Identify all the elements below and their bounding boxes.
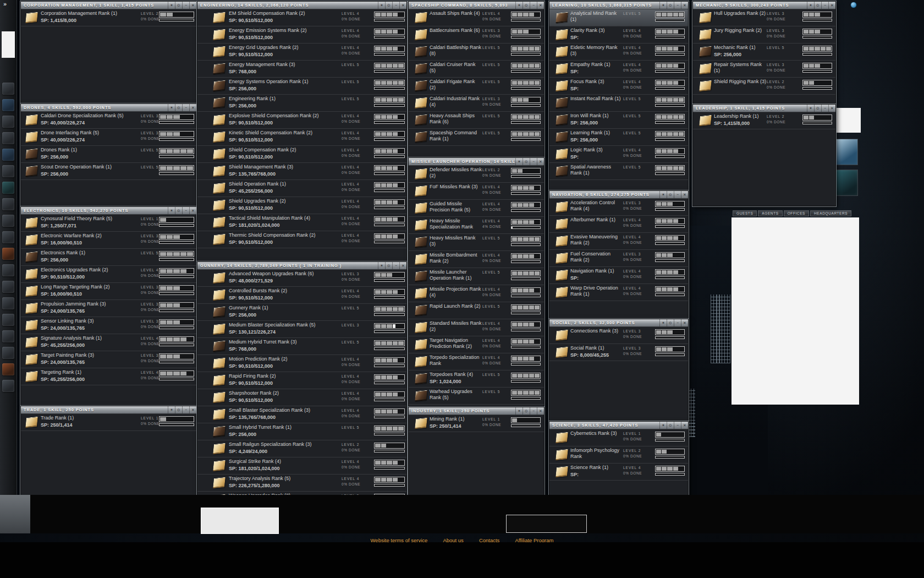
close-icon[interactable]: ✕ <box>537 158 544 165</box>
minimize-icon[interactable]: − <box>182 207 189 214</box>
skill-row[interactable]: Empathy Rank (1)SP:LEVEL 40% DONE <box>549 61 688 78</box>
neocom-icon[interactable] <box>2 314 14 326</box>
skill-row[interactable]: Fuel Conservation Rank (2)LEVEL 30% DONE <box>549 250 688 267</box>
skill-row[interactable]: Surgical Strike Rank (4)SP: 181,020/1,02… <box>197 457 406 475</box>
skill-row[interactable]: Iron Will Rank (1)SP: 256,000LEVEL 5 <box>549 112 688 129</box>
skill-row[interactable]: Tactical Shield Manipulation Rank (4)SP:… <box>197 214 406 231</box>
skill-row[interactable]: Energy Management Rank (3)SP: 768,000LEV… <box>197 61 406 78</box>
close-icon[interactable]: ✕ <box>828 105 835 112</box>
skill-row[interactable]: Gunnery Rank (1)SP: 256,000LEVEL 5 <box>197 304 406 321</box>
skill-row[interactable]: Sharpshooter Rank (2)SP: 90,510/512,000L… <box>197 389 406 406</box>
shade-icon[interactable]: ⊙ <box>175 406 182 413</box>
pin-icon[interactable]: ✶ <box>807 105 814 112</box>
skill-row[interactable]: Scout Drone Operation Rank (1)SP: 256,00… <box>21 163 196 180</box>
neocom-icon[interactable] <box>2 116 14 128</box>
shade-icon[interactable]: ⊙ <box>522 158 530 165</box>
close-icon[interactable]: ✕ <box>681 319 688 326</box>
shade-icon[interactable]: ⊙ <box>175 2 182 9</box>
skill-row[interactable]: Focus Rank (3)SP:LEVEL 40% DONE <box>549 78 688 95</box>
neocom-icon[interactable] <box>2 248 14 260</box>
skill-row[interactable]: Medium Blaster Specialization Rank (5)SP… <box>197 321 406 338</box>
panel-titlebar[interactable]: CORPORATION MANAGEMENT, 1 SKILL, 1,415 P… <box>21 2 196 9</box>
skill-row[interactable]: Cybernetics Rank (3)LEVEL 10% DONE <box>549 429 688 446</box>
skill-row[interactable]: Trajectory Analysis Rank (5)SP: 226,275/… <box>197 475 406 492</box>
skill-row[interactable]: Signature Analysis Rank (1)SP: 45,255/25… <box>21 334 196 351</box>
skill-row[interactable]: Target Painting Rank (3)SP: 24,000/135,7… <box>21 351 196 368</box>
skill-row[interactable]: Shield Operation Rank (1)SP: 45,255/256,… <box>197 180 406 197</box>
skill-row[interactable]: Small Railgun Specialization Rank (3)SP:… <box>197 440 406 457</box>
pin-icon[interactable]: ✶ <box>168 207 175 214</box>
minimize-icon[interactable]: − <box>674 2 681 9</box>
shade-icon[interactable]: ⊙ <box>175 104 182 111</box>
panel-titlebar[interactable]: NAVIGATION, 6 SKILLS, 274,275 POINTS✶⊙−✕ <box>549 191 688 199</box>
skill-row[interactable]: Shield Rigging Rank (3)LEVEL 20% DONE <box>693 78 835 95</box>
neocom-icon[interactable] <box>2 363 14 375</box>
skill-row[interactable]: Hull Upgrades Rank (2)LEVEL 30% DONE <box>693 9 835 26</box>
shade-icon[interactable]: ⊙ <box>814 2 821 9</box>
skill-row[interactable]: Navigation Rank (1)SP:LEVEL 40% DONE <box>549 267 688 284</box>
skill-row[interactable]: Drone Interfacing Rank (5)SP: 40,000/226… <box>21 129 196 146</box>
skill-row[interactable]: Caldari Frigate Rank (2)LEVEL 5 <box>409 78 544 95</box>
skill-row[interactable]: Small Hybrid Turret Rank (1)SP: 256,000L… <box>197 423 406 440</box>
skill-row[interactable]: Medium Hybrid Turret Rank (3)SP: 768,000… <box>197 338 406 355</box>
skill-row[interactable]: Missile Projection Rank (4)LEVEL 40% DON… <box>409 285 544 302</box>
pin-icon[interactable]: ✶ <box>378 2 385 9</box>
skill-row[interactable]: Instant Recall Rank (1)LEVEL 5 <box>549 95 688 112</box>
neocom-icon[interactable] <box>2 165 14 177</box>
pin-icon[interactable]: ✶ <box>659 191 667 198</box>
station-tab-headquarters[interactable]: HEADQUARTERS <box>810 210 851 216</box>
neocom-icon[interactable] <box>2 83 14 95</box>
panel-titlebar[interactable]: MECHANIC, 5 SKILLS, 300,243 POINTS✶⊙−✕ <box>693 2 835 9</box>
skill-row[interactable]: FoF Missiles Rank (3)LEVEL 40% DONE <box>409 183 544 200</box>
pin-icon[interactable]: ✶ <box>515 407 522 415</box>
neocom-icon[interactable] <box>2 380 14 392</box>
close-icon[interactable]: ✕ <box>189 2 196 9</box>
skill-row[interactable]: Corporation Management Rank (1)SP: 1,415… <box>21 9 196 26</box>
minimize-icon[interactable]: − <box>182 2 189 9</box>
close-icon[interactable]: ✕ <box>681 422 688 429</box>
neocom-icon[interactable] <box>2 132 14 144</box>
skill-row[interactable]: Energy Systems Operation Rank (1)SP: 256… <box>197 78 406 95</box>
skill-row[interactable]: Jury Rigging Rank (2)LEVEL 30% DONE <box>693 26 835 43</box>
neocom-icon[interactable] <box>2 182 14 194</box>
minimize-icon[interactable]: − <box>530 2 537 9</box>
neocom-expand-icon[interactable]: » <box>3 1 7 7</box>
skill-row[interactable]: Caldari Cruiser Rank (5)LEVEL 5 <box>409 61 544 78</box>
neocom-character-portrait[interactable] <box>2 31 15 58</box>
skill-row[interactable]: Shield Upgrades Rank (2)SP: 90,510/512,0… <box>197 197 406 214</box>
skill-row[interactable]: Warhead Upgrades Rank (5)LEVEL 5 <box>409 388 544 405</box>
shade-icon[interactable]: ⊙ <box>385 2 392 9</box>
skill-row[interactable]: Defender Missiles Rank (2)LEVEL 20% DONE <box>409 166 544 183</box>
neocom-icon[interactable] <box>2 330 14 342</box>
skill-row[interactable]: Evasive Maneuvering Rank (2)LEVEL 40% DO… <box>549 233 688 250</box>
skill-row[interactable]: Missile Bombardment Rank (2)LEVEL 40% DO… <box>409 251 544 268</box>
skill-row[interactable]: Thermic Shield Compensation Rank (2)SP: … <box>197 231 406 248</box>
skill-row[interactable]: Science Rank (1)SP:LEVEL 40% DONE <box>549 464 688 481</box>
pin-icon[interactable]: ✶ <box>168 406 175 413</box>
minimize-icon[interactable]: − <box>674 191 681 198</box>
station-tab-offices[interactable]: OFFICES <box>784 210 809 216</box>
skill-row[interactable]: Missile Launcher Operation Rank (1)LEVEL… <box>409 268 544 285</box>
station-tab-agents[interactable]: AGENTS <box>758 210 782 216</box>
panel-titlebar[interactable]: TRADE, 1 SKILL, 250 POINTS✶⊙−✕ <box>21 406 196 414</box>
minimize-icon[interactable]: − <box>182 104 189 111</box>
skill-row[interactable]: Heavy Missile Specialization RankLEVEL 4… <box>409 217 544 234</box>
neocom-icon[interactable] <box>2 149 14 161</box>
skill-row[interactable]: Kinetic Shield Compensation Rank (2)SP: … <box>197 129 406 146</box>
skill-row[interactable]: Heavy Missiles Rank (3)LEVEL 5 <box>409 234 544 251</box>
skill-row[interactable]: Clarity Rank (3)SP:LEVEL 40% DONE <box>549 26 688 43</box>
skill-row[interactable]: Guided Missile Precision Rank (5)LEVEL 4… <box>409 200 544 217</box>
close-icon[interactable]: ✕ <box>537 2 544 9</box>
close-icon[interactable]: ✕ <box>537 407 544 415</box>
panel-titlebar[interactable]: LEADERSHIP, 1 SKILL, 1,415 POINTS✶⊙−✕ <box>693 105 835 112</box>
skill-row[interactable]: Shield Compensation Rank (2)SP: 90,510/5… <box>197 146 406 163</box>
skill-row[interactable]: Afterburner Rank (1)LEVEL 40% DONE <box>549 216 688 233</box>
skill-row[interactable]: Cynosural Field Theory Rank (5)SP: 1,250… <box>21 215 196 232</box>
minimize-icon[interactable]: − <box>821 105 828 112</box>
panel-titlebar[interactable]: LEARNING, 10 SKILLS, 1,868,315 POINTS✶⊙−… <box>549 2 688 9</box>
panel-titlebar[interactable]: SCIENCE, 3 SKILLS, 47,420 POINTS✶⊙−✕ <box>549 422 688 429</box>
panel-titlebar[interactable]: SPACESHIP COMMAND, 8 SKILLS, 5,893✶⊙−✕ <box>409 2 544 9</box>
panel-titlebar[interactable]: SOCIAL, 2 SKILLS, 32,000 POINTS✶⊙−✕ <box>549 319 688 327</box>
close-icon[interactable]: ✕ <box>189 406 196 413</box>
skill-row[interactable]: Energy Emission Systems Rank (2)SP: 90,5… <box>197 26 406 43</box>
